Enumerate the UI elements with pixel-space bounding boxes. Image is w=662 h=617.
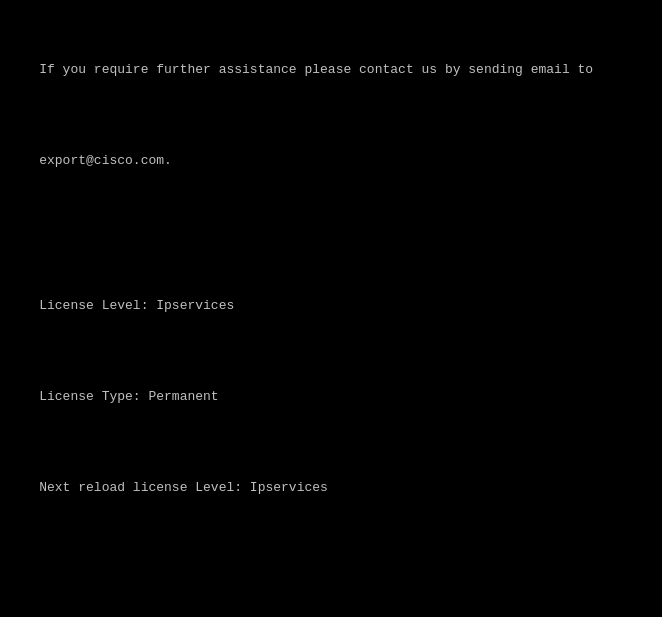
line-email: export@cisco.com.	[8, 133, 654, 188]
line-blank1	[8, 224, 654, 242]
text-line1: If you require further assistance please…	[39, 62, 593, 77]
text-line5: License Type: Permanent	[39, 389, 218, 404]
line-license-level: License Level: Ipservices	[8, 279, 654, 334]
terminal-output: If you require further assistance please…	[8, 6, 654, 617]
text-line2: export@cisco.com.	[39, 153, 172, 168]
line-reload-license: Next reload license Level: Ipservices	[8, 461, 654, 516]
text-line6: Next reload license Level: Ipservices	[39, 480, 328, 495]
text-line4: License Level: Ipservices	[39, 298, 234, 313]
line-blank2	[8, 552, 654, 570]
line-license-type: License Type: Permanent	[8, 370, 654, 425]
line-assistance: If you require further assistance please…	[8, 42, 654, 97]
line-cisco-processor: cisco WS-C3850-24S (MIPS) processor with…	[8, 606, 654, 617]
